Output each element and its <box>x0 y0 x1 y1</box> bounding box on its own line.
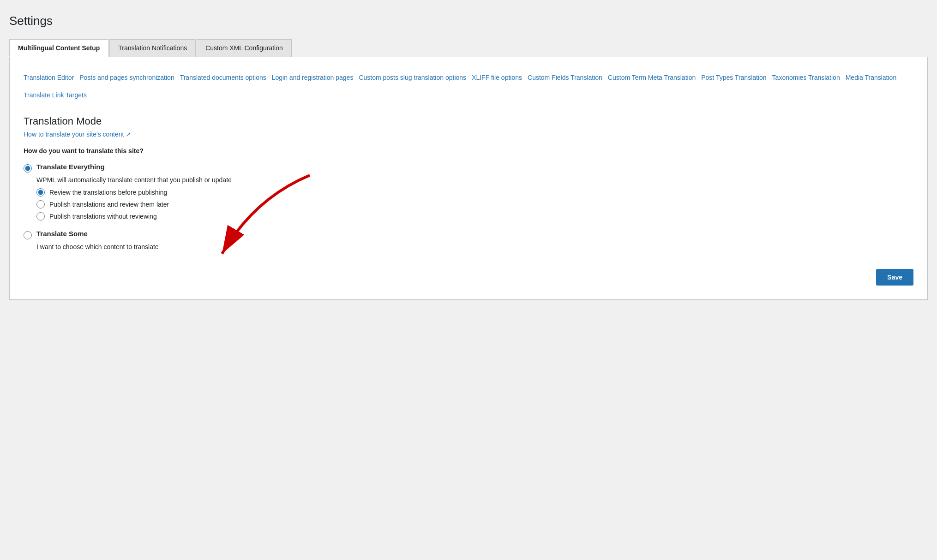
radio-publish-without-review[interactable] <box>36 212 45 220</box>
radio-label-translate-some: Translate Some <box>36 230 88 238</box>
main-panel: Translation Editor Posts and pages synch… <box>9 57 928 300</box>
translation-mode-section: Translation Mode How to translate your s… <box>24 115 913 286</box>
radio-group-translate-everything: Translate Everything WPML will automatic… <box>24 163 913 220</box>
page-title: Settings <box>9 14 928 28</box>
sub-radio-item-publish-review-later[interactable]: Publish translations and review them lat… <box>36 200 913 209</box>
radio-translate-everything[interactable] <box>24 164 32 173</box>
sub-radio-label-publish-review-later: Publish translations and review them lat… <box>49 201 169 208</box>
radio-translate-some[interactable] <box>24 231 32 239</box>
nav-link-custom-fields[interactable]: Custom Fields Translation <box>528 71 602 86</box>
radio-desc-translate-everything: WPML will automatically translate conten… <box>36 176 913 184</box>
sub-radio-label-review-before-publish: Review the translations before publishin… <box>49 189 167 196</box>
nav-link-translation-editor[interactable]: Translation Editor <box>24 71 74 86</box>
nav-link-login-registration[interactable]: Login and registration pages <box>272 71 354 86</box>
tabs-bar: Multilingual Content Setup Translation N… <box>9 39 928 57</box>
section-help-link[interactable]: How to translate your site's content ↗ <box>24 131 131 138</box>
nav-link-custom-posts-slug[interactable]: Custom posts slug translation options <box>359 71 466 86</box>
radio-item-translate-some[interactable]: Translate Some <box>24 230 913 239</box>
tab-translation-notifications[interactable]: Translation Notifications <box>109 39 196 57</box>
save-button[interactable]: Save <box>876 269 913 286</box>
sub-radio-label-publish-without-review: Publish translations without reviewing <box>49 213 157 220</box>
save-btn-row: Save <box>24 269 913 286</box>
tab-custom-xml-configuration[interactable]: Custom XML Configuration <box>197 39 292 57</box>
nav-link-posts-pages-sync[interactable]: Posts and pages synchronization <box>79 71 174 86</box>
nav-link-taxonomies[interactable]: Taxonomies Translation <box>772 71 840 86</box>
radio-publish-review-later[interactable] <box>36 200 45 209</box>
section-question: How do you want to translate this site? <box>24 147 913 155</box>
nav-link-translated-docs[interactable]: Translated documents options <box>180 71 266 86</box>
radio-group-translate-some: Translate Some I want to choose which co… <box>24 230 913 250</box>
nav-link-custom-term-meta[interactable]: Custom Term Meta Translation <box>608 71 696 86</box>
section-title: Translation Mode <box>24 115 913 127</box>
nav-link-media-translation[interactable]: Media Translation <box>846 71 897 86</box>
radio-label-translate-everything: Translate Everything <box>36 163 105 171</box>
nav-links: Translation Editor Posts and pages synch… <box>24 71 913 101</box>
external-link-icon: ↗ <box>126 131 131 138</box>
nav-link-translate-link-targets[interactable]: Translate Link Targets <box>24 89 87 101</box>
sub-radio-item-review-before-publish[interactable]: Review the translations before publishin… <box>36 188 913 197</box>
radio-desc-translate-some: I want to choose which content to transl… <box>36 243 913 250</box>
nav-link-xliff-options[interactable]: XLIFF file options <box>472 71 522 86</box>
sub-radio-group: Review the translations before publishin… <box>36 188 913 220</box>
tab-multilingual-content-setup[interactable]: Multilingual Content Setup <box>9 39 108 57</box>
section-help-link-text: How to translate your site's content <box>24 131 124 138</box>
radio-item-translate-everything[interactable]: Translate Everything <box>24 163 913 173</box>
settings-container: Multilingual Content Setup Translation N… <box>9 39 928 300</box>
radio-review-before-publish[interactable] <box>36 188 45 197</box>
sub-radio-item-publish-without-review[interactable]: Publish translations without reviewing <box>36 212 913 220</box>
nav-link-post-types[interactable]: Post Types Translation <box>701 71 766 86</box>
